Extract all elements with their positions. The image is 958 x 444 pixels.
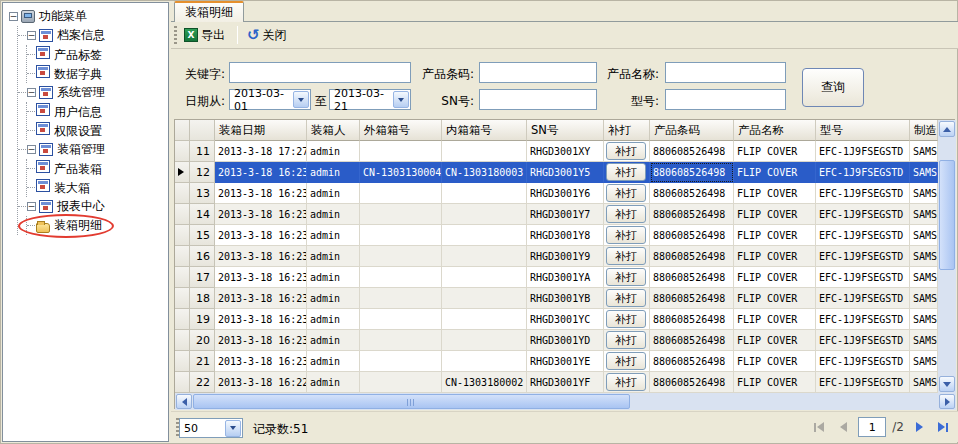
table-row[interactable]: 222013-3-18 16:22adminCN-1303180002RHGD3… [175,372,938,393]
cell-maker[interactable]: SAMSU [910,351,938,372]
scroll-down-button[interactable] [939,376,955,392]
cell-date[interactable]: 2013-3-18 16:23 [215,330,307,351]
cell-product[interactable]: FLIP COVER [734,351,816,372]
cell-outer-box[interactable] [360,204,442,225]
cell-date[interactable]: 2013-3-18 16:23 [215,267,307,288]
cell-barcode[interactable]: 880608526498 [650,309,734,330]
cell-barcode[interactable]: 880608526498 [650,225,734,246]
export-button[interactable]: X 导出 [181,25,231,46]
prev-page-button[interactable] [834,418,852,436]
page-size-combo[interactable]: 50 [179,418,243,438]
barcode-input[interactable] [479,62,597,83]
cell-inner-box[interactable] [442,246,527,267]
cell-maker[interactable]: SAMSU [910,183,938,204]
date-from-dropdown-icon[interactable] [293,91,309,108]
cell-outer-box[interactable] [360,372,442,393]
cell-sn[interactable]: RHGD3001Y8 [527,225,604,246]
cell-sn[interactable]: RHGD3001Y6 [527,183,604,204]
cell-date[interactable]: 2013-3-18 16:23 [215,204,307,225]
tree-group-item[interactable]: −装箱管理 [18,140,166,159]
cell-outer-box[interactable]: CN-1303130004 [360,162,442,183]
row-number-cell[interactable]: 15 [190,225,215,246]
cell-maker[interactable]: SAMSU [910,267,938,288]
cell-model[interactable]: EFC-1J9FSEGSTD [816,225,910,246]
row-number-cell[interactable]: 12 [190,162,215,183]
cell-inner-box[interactable] [442,267,527,288]
row-number-cell[interactable]: 18 [190,288,215,309]
cell-sn[interactable]: RHGD3001YD [527,330,604,351]
collapse-icon[interactable]: − [27,31,36,40]
vertical-scroll-thumb[interactable] [939,160,955,270]
tree-group-item[interactable]: −档案信息 [18,26,166,45]
cell-inner-box[interactable] [442,351,527,372]
cell-outer-box[interactable] [360,183,442,204]
cell-model[interactable]: EFC-1J9FSEGSTD [816,246,910,267]
row-number-cell[interactable]: 20 [190,330,215,351]
reprint-button[interactable]: 补打 [606,310,646,328]
tree-leaf-item[interactable]: 权限设置 [27,121,166,140]
cell-packer[interactable]: admin [307,309,360,330]
cell-outer-box[interactable] [360,330,442,351]
cell-sn[interactable]: RHGD3001YB [527,288,604,309]
cell-barcode[interactable]: 880608526498 [650,183,734,204]
table-row[interactable]: 212013-3-18 16:23adminRHGD3001YE补打880608… [175,351,938,372]
scroll-left-button[interactable] [176,394,192,409]
table-row[interactable]: 182013-3-18 16:23adminRHGD3001YB补打880608… [175,288,938,309]
cell-outer-box[interactable] [360,246,442,267]
cell-outer-box[interactable] [360,225,442,246]
sn-input[interactable] [479,89,597,110]
cell-packer[interactable]: admin [307,183,360,204]
column-header[interactable]: 装箱日期 [215,120,307,141]
scroll-right-button[interactable] [939,394,955,409]
table-row[interactable]: 162013-3-18 16:23adminRHGD3001Y9补打880608… [175,246,938,267]
table-row[interactable]: 202013-3-18 16:23adminRHGD3001YD补打880608… [175,330,938,351]
page-size-dropdown-icon[interactable] [225,420,241,437]
cell-date[interactable]: 2013-3-18 16:23 [215,225,307,246]
cell-barcode[interactable]: 880608526498 [650,141,734,162]
cell-sn[interactable]: RHGD3001Y9 [527,246,604,267]
tree-root-item[interactable]: −功能菜单 [9,7,166,26]
collapse-icon[interactable]: − [27,145,36,154]
cell-product[interactable]: FLIP COVER [734,141,816,162]
cell-barcode[interactable]: 880608526498 [650,351,734,372]
reprint-button[interactable]: 补打 [606,184,646,202]
horizontal-scroll-thumb[interactable] [193,394,630,409]
reprint-button[interactable]: 补打 [606,163,646,181]
cell-packer[interactable]: admin [307,267,360,288]
table-row[interactable]: 142013-3-18 16:23adminRHGD3001Y7补打880608… [175,204,938,225]
tree-group-item[interactable]: −系统管理 [18,83,166,102]
table-row[interactable]: 132013-3-18 16:23adminRHGD3001Y6补打880608… [175,183,938,204]
cell-model[interactable]: EFC-1J9FSEGSTD [816,351,910,372]
cell-barcode[interactable]: 880608526498 [650,330,734,351]
cell-barcode[interactable]: 880608526498 [650,288,734,309]
row-number-cell[interactable]: 19 [190,309,215,330]
column-header[interactable]: 制造商 [910,120,938,141]
cell-inner-box[interactable]: CN-1303180003 [442,162,527,183]
vertical-scrollbar[interactable] [938,120,956,393]
cell-packer[interactable]: admin [307,288,360,309]
cell-maker[interactable]: SAMSU [910,372,938,393]
date-from-combo[interactable]: 2013-03-01 [229,89,311,110]
column-header[interactable]: 型号 [816,120,910,141]
cell-model[interactable]: EFC-1J9FSEGSTD [816,267,910,288]
cell-sn[interactable]: RHGD3001XY [527,141,604,162]
row-number-cell[interactable]: 11 [190,141,215,162]
collapse-icon[interactable]: − [27,202,36,211]
cell-outer-box[interactable] [360,141,442,162]
tree-leaf-item[interactable]: 产品装箱 [27,159,166,178]
reprint-button[interactable]: 补打 [606,142,646,160]
cell-maker[interactable]: SAMSU [910,246,938,267]
cell-product[interactable]: FLIP COVER [734,204,816,225]
cell-barcode[interactable]: 880608526498 [650,246,734,267]
date-to-combo[interactable]: 2013-03-21 [329,89,411,110]
cell-model[interactable]: EFC-1J9FSEGSTD [816,288,910,309]
tree-group-item[interactable]: −报表中心 [18,197,166,216]
cell-date[interactable]: 2013-3-18 16:23 [215,288,307,309]
cell-sn[interactable]: RHGD3001YF [527,372,604,393]
cell-outer-box[interactable] [360,351,442,372]
tree-leaf-item[interactable]: 产品标签 [27,45,166,64]
cell-sn[interactable]: RHGD3001YC [527,309,604,330]
cell-date[interactable]: 2013-3-18 16:23 [215,246,307,267]
cell-inner-box[interactable] [442,330,527,351]
cell-inner-box[interactable]: CN-1303180002 [442,372,527,393]
